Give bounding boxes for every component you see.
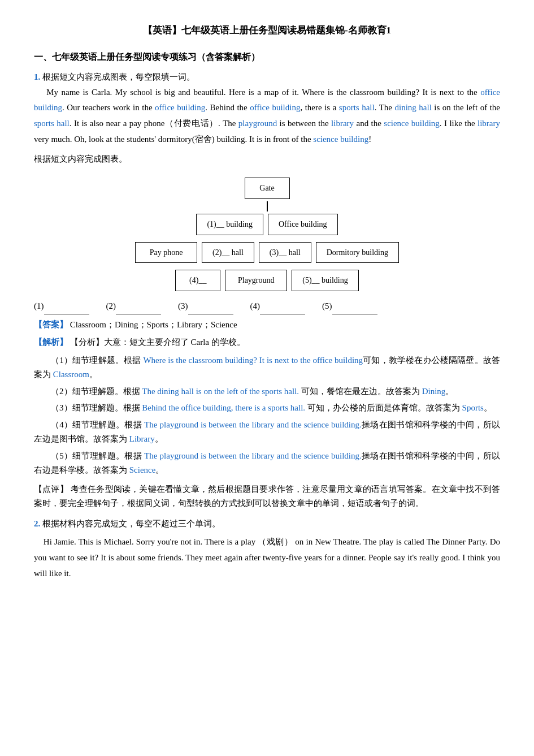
science-building-box: (5)__ building (292, 270, 359, 291)
playground-box: Playground (225, 270, 287, 291)
dining-hall-box: (2)__ hall (202, 242, 254, 263)
analysis-item-1: （1）细节理解题。根据 Where is the classroom build… (34, 353, 500, 382)
blank-4: (4) (250, 299, 306, 314)
analysis-item-4: （4）细节理解题。根据 The playground is between th… (34, 418, 500, 447)
blank-3: (3) (178, 299, 233, 314)
tip-text: 考查任务型阅读，关键在看懂文章，然后根据题目要求作答，注意尽量用文章的语言填写答… (34, 485, 500, 508)
answer-label: 【答案】 (34, 320, 68, 329)
tip-section: 【点评】 考查任务型阅读，关键在看懂文章，然后根据题目要求作答，注意尽量用文章的… (34, 482, 500, 511)
pay-phone-box: Pay phone (135, 242, 197, 263)
analysis-label: 【解析】 (34, 338, 68, 347)
analysis-item-5: （5）细节理解题。根据 The playground is between th… (34, 449, 500, 478)
blank-1: (1) (34, 299, 89, 314)
blank-5: (5) (322, 299, 377, 314)
q1-passage: My name is Carla. My school is big and b… (34, 85, 500, 148)
section-heading: 一、七年级英语上册任务型阅读专项练习（含答案解析） (34, 49, 500, 64)
blanks-line: (1) (2) (3) (4) (5) (34, 299, 500, 314)
map-instruction: 根据短文内容完成图表。 (34, 152, 500, 167)
analysis-intro: 【分析】大意：短文主要介绍了 Carla 的学校。 (70, 338, 245, 347)
analysis-section: 【解析】 【分析】大意：短文主要介绍了 Carla 的学校。 (34, 335, 500, 350)
tip-label: 【点评】 (34, 485, 68, 494)
blank-2: (2) (106, 299, 162, 314)
question-1: 1. 根据短文内容完成图表，每空限填一词。 My name is Carla. … (34, 70, 500, 511)
answer-section: 【答案】 Classroom；Dining；Sports；Library；Sci… (34, 318, 500, 332)
school-diagram: Gate (1)__ building Office building Pay … (34, 175, 500, 293)
analysis-item-3: （3）细节理解题。根据 Behind the office building, … (34, 401, 500, 416)
office-building-box: Office building (268, 214, 338, 235)
sports-hall-box: (3)__ hall (259, 242, 311, 263)
analysis-item-2: （2）细节理解题。根据 The dining hall is on the le… (34, 385, 500, 399)
q2-instruction: 根据材料内容完成短文，每空不超过三个单词。 (42, 519, 220, 528)
q1-number-instruction: 1. 根据短文内容完成图表，每空限填一词。 (34, 70, 500, 85)
gate-box: Gate (245, 178, 290, 199)
page-title: 【英语】七年级英语上册任务型阅读易错题集锦-名师教育1 (34, 23, 500, 39)
analysis-items: （1）细节理解题。根据 Where is the classroom build… (34, 353, 500, 478)
q1-number: 1. (34, 72, 40, 81)
q2-number: 2. (34, 519, 40, 528)
q1-instruction: 根据短文内容完成图表，每空限填一词。 (42, 72, 195, 81)
q2-passage: Hi Jamie. This is Michael. Sorry you're … (34, 534, 500, 581)
dormitory-building-box: Dormitory building (316, 242, 399, 263)
question-2: 2. 根据材料内容完成短文，每空不超过三个单词。 Hi Jamie. This … (34, 517, 500, 582)
q2-number-instruction: 2. 根据材料内容完成短文，每空不超过三个单词。 (34, 517, 500, 532)
classroom-building-box: (1)__ building (196, 214, 263, 235)
answer-text: Classroom；Dining；Sports；Library；Science (70, 320, 237, 329)
library-box: (4)__ (175, 270, 220, 291)
